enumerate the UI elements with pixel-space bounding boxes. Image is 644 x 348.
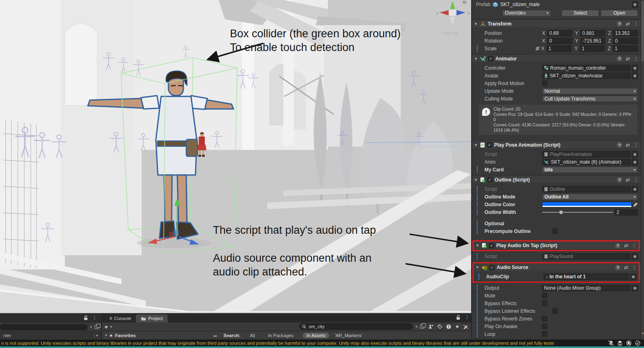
presets-icon[interactable]: ⇄ <box>626 177 630 183</box>
partial-list-item[interactable]: nter <box>3 333 11 338</box>
tab-console[interactable]: ≡ Console <box>104 314 136 322</box>
position-z-field[interactable] <box>613 30 638 36</box>
outline-mode-dropdown[interactable]: Outline All▾ <box>542 194 638 200</box>
help-icon[interactable]: ? <box>615 243 621 248</box>
kebab-menu-icon[interactable]: ⋮ <box>633 21 638 27</box>
audio-clip-object-field[interactable]: ♪ In the heart of 1 <box>544 273 629 280</box>
object-picker-icon[interactable]: ◉ <box>630 273 636 280</box>
apply-root-motion-checkbox[interactable] <box>542 81 547 86</box>
kebab-menu-icon[interactable]: ⋮ <box>632 265 637 270</box>
avatar-object-field[interactable]: SKT_citizen_maleAvatar <box>542 73 631 79</box>
anim-object-field[interactable]: SKT_citizen_male (6) (Animator) <box>542 159 631 165</box>
prefab-picker[interactable]: ◉ <box>632 1 638 8</box>
play-pose-enabled-checkbox[interactable]: ✓ <box>487 142 492 147</box>
bypass-listener-effects-checkbox[interactable] <box>553 308 558 314</box>
scale-y-field[interactable] <box>580 45 605 52</box>
object-picker-icon[interactable]: ◉ <box>632 186 638 192</box>
kebab-menu-icon[interactable]: ⋮ <box>92 315 97 320</box>
presets-icon[interactable]: ⇄ <box>626 21 630 27</box>
bypass-reverb-zones-checkbox[interactable] <box>542 316 547 321</box>
panel-search-input[interactable] <box>0 324 87 330</box>
outline-header[interactable]: ▼ ✓ Outline (Script) ? ⇄ ⋮ <box>472 175 640 184</box>
collapse-messages-icon[interactable] <box>617 340 623 346</box>
clear-search-icon[interactable]: × <box>90 325 92 329</box>
play-audio-header[interactable]: ▼ ✓ Play Audio On Tap (Script) ? ⇄ ⋮ <box>474 241 639 250</box>
help-icon[interactable]: ? <box>617 21 622 26</box>
culling-mode-dropdown[interactable]: Cull Update Transforms▾ <box>542 96 638 102</box>
project-search-input[interactable] <box>308 324 410 329</box>
column-resize-handle[interactable]: ▬ <box>213 333 217 337</box>
scroll-down-arrow-icon[interactable]: ▾ <box>641 331 644 335</box>
link-scale-icon[interactable] <box>535 46 540 51</box>
help-icon[interactable]: ? <box>617 56 622 61</box>
overrides-dropdown[interactable]: Overrides▾ <box>502 10 551 17</box>
precompute-outline-checkbox[interactable] <box>553 228 558 234</box>
filter-by-type-icon[interactable] <box>428 324 434 329</box>
kebab-menu-icon[interactable]: ⋮ <box>633 56 638 62</box>
inspector-scrollbar[interactable]: ▾ <box>641 0 644 339</box>
object-picker-icon[interactable]: ◉ <box>632 65 638 71</box>
rotation-z-field[interactable] <box>613 38 638 44</box>
controller-object-field[interactable]: Roman_human_controller <box>542 65 631 71</box>
disable-bell-icon[interactable] <box>626 340 632 346</box>
output-object-field[interactable]: None (Audio Mixer Group) <box>542 285 631 291</box>
status-warning-text[interactable]: n is not supported. Unity executes scrip… <box>0 341 605 346</box>
mute-checkbox[interactable] <box>542 293 547 298</box>
position-x-field[interactable] <box>547 30 572 36</box>
create-dropdown-icon[interactable]: ▾ <box>111 325 112 329</box>
outline-width-slider[interactable] <box>542 209 613 216</box>
scope-in-assets[interactable]: In Assets <box>303 333 329 338</box>
kebab-menu-icon[interactable]: ⋮ <box>465 314 470 320</box>
outline-width-field[interactable] <box>614 209 638 216</box>
viewport-menu-icon[interactable] <box>463 1 466 4</box>
outline-enabled-checkbox[interactable]: ✓ <box>487 177 493 182</box>
foldout-icon[interactable]: ▼ <box>474 22 478 26</box>
open-search-window-icon[interactable] <box>420 325 424 329</box>
play-on-awake-checkbox[interactable] <box>542 324 547 329</box>
audio-source-header[interactable]: ▼ ✓ Audio Source ? ⇄ ⋮ <box>474 263 639 272</box>
kebab-menu-icon[interactable]: ⋮ <box>633 142 638 148</box>
update-mode-dropdown[interactable]: Normal▾ <box>542 88 638 94</box>
animator-enabled-checkbox[interactable]: ✓ <box>488 56 493 61</box>
position-y-field[interactable] <box>580 30 606 36</box>
kebab-menu-icon[interactable]: ⋮ <box>633 177 638 183</box>
project-search-box[interactable] <box>299 323 413 330</box>
script-object-field[interactable]: PlayPoseAnimation <box>542 151 631 158</box>
audio-source-enabled-checkbox[interactable]: ✓ <box>489 265 495 270</box>
presets-icon[interactable]: ⇄ <box>626 56 630 62</box>
object-picker-icon[interactable]: ◉ <box>632 159 638 165</box>
scene-viewport[interactable]: Box collider (the green box around) To e… <box>0 0 471 313</box>
help-icon[interactable]: ? <box>617 142 622 147</box>
my-card-dropdown[interactable]: Idle▾ <box>542 167 638 173</box>
tab-project[interactable]: Project <box>136 314 168 322</box>
favorites-tree-item[interactable]: ▾ ★ Favorites ▬ <box>102 333 219 338</box>
foldout-icon[interactable]: ▾ <box>105 333 107 337</box>
eyedropper-icon[interactable] <box>633 202 638 207</box>
bypass-effects-checkbox[interactable] <box>542 301 547 306</box>
favorite-search-icon[interactable]: ★ <box>455 324 459 329</box>
object-picker-icon[interactable]: ◉ <box>632 285 638 291</box>
progress-check-icon[interactable] <box>635 340 641 346</box>
scale-z-field[interactable] <box>613 45 638 52</box>
object-picker-icon[interactable]: ◉ <box>632 253 638 260</box>
rotation-x-field[interactable] <box>547 38 572 44</box>
filter-by-label-icon[interactable] <box>437 324 442 329</box>
mute-notification-icon[interactable] <box>608 340 614 346</box>
presets-icon[interactable]: ⇄ <box>626 142 630 148</box>
hidden-packages-icon[interactable] <box>463 324 469 329</box>
outline-color-swatch[interactable] <box>542 202 632 207</box>
animator-header[interactable]: ▼ ✓ Animator ? ⇄ ⋮ <box>472 54 640 63</box>
kebab-menu-icon[interactable]: ⋮ <box>632 243 637 248</box>
lock-icon[interactable] <box>456 315 461 320</box>
lock-icon[interactable] <box>83 315 88 320</box>
play-pose-animation-header[interactable]: ▼ # ✓ Play Pose Animation (Script) ? ⇄ ⋮ <box>472 141 640 149</box>
rotation-y-field[interactable] <box>580 38 606 44</box>
presets-icon[interactable]: ⇄ <box>624 265 628 270</box>
loop-checkbox[interactable] <box>542 331 547 337</box>
play-audio-enabled-checkbox[interactable]: ✓ <box>489 243 494 248</box>
prefab-select-button[interactable]: Select <box>561 10 599 17</box>
scale-x-field[interactable] <box>546 45 572 52</box>
script-object-field[interactable]: Outline <box>542 186 631 192</box>
object-picker-icon[interactable]: ◉ <box>632 73 638 79</box>
prefab-open-button[interactable]: Open <box>601 10 638 17</box>
